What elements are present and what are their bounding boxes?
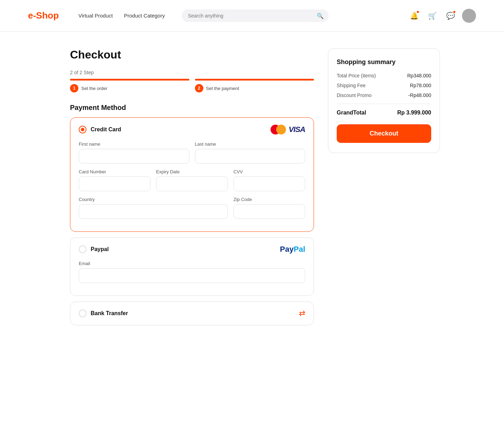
summary-title: Shopping summary bbox=[337, 58, 431, 66]
last-name-input[interactable] bbox=[195, 149, 306, 164]
paypal-email-row: Email bbox=[79, 261, 305, 283]
avatar[interactable] bbox=[462, 9, 476, 23]
last-name-label: Last name bbox=[195, 141, 306, 147]
step-2: 2 Set the payment bbox=[195, 79, 314, 92]
nav-virtual-product[interactable]: Virtual Product bbox=[78, 13, 113, 19]
step-1-bar bbox=[70, 79, 189, 81]
country-input[interactable] bbox=[79, 204, 228, 219]
card-number-label: Card Number bbox=[79, 169, 150, 174]
credit-card-header-left: Credit Card bbox=[79, 126, 121, 133]
chat-badge bbox=[453, 10, 456, 14]
paypal-form: Email bbox=[79, 261, 305, 283]
step-2-info: 2 Set the payment bbox=[195, 84, 314, 92]
cvv-group: CVV bbox=[233, 169, 305, 191]
expiry-date-input[interactable] bbox=[156, 176, 228, 191]
credit-card-form: First name Last name Card Number Expiry bbox=[79, 141, 305, 219]
expiry-date-label: Expiry Date bbox=[156, 169, 228, 174]
checkout-form-section: Checkout 2 of 2 Step 1 Set the order 2 S… bbox=[70, 48, 314, 331]
discount-label: Discount Promo bbox=[337, 92, 372, 98]
bank-transfer-card: Bank Transfer ⇄ bbox=[70, 301, 314, 325]
logo[interactable]: e-Shop bbox=[28, 10, 59, 21]
paypal-header: Paypal PayPal bbox=[79, 245, 305, 254]
last-name-group: Last name bbox=[195, 141, 306, 164]
paypal-header-left: Paypal bbox=[79, 245, 109, 253]
cvv-input[interactable] bbox=[233, 176, 305, 191]
page-title: Checkout bbox=[70, 48, 314, 61]
total-price-row: Total Price (items) Rp348.000 bbox=[337, 73, 431, 78]
header: e-Shop Virtual Product Product Category … bbox=[0, 0, 504, 32]
mc-circle-yellow bbox=[276, 125, 286, 134]
total-price-value: Rp348.000 bbox=[407, 73, 431, 78]
card-details-row: Card Number Expiry Date CVV bbox=[79, 169, 305, 191]
grand-total-label: GrandTotal bbox=[337, 110, 366, 116]
step-1-info: 1 Set the order bbox=[70, 84, 189, 92]
header-icons: 🔔 🛒 💬 bbox=[407, 9, 476, 23]
step-1-number: 1 bbox=[70, 84, 78, 92]
paypal-email-group: Email bbox=[79, 261, 305, 283]
cvv-label: CVV bbox=[233, 169, 305, 174]
payment-method-title: Payment Method bbox=[70, 104, 314, 112]
mastercard-logo bbox=[271, 125, 286, 134]
card-logos: VISA bbox=[271, 125, 305, 134]
name-row: First name Last name bbox=[79, 141, 305, 164]
steps-indicator: 1 Set the order 2 Set the payment bbox=[70, 79, 314, 92]
address-row: Country Zip Code bbox=[79, 197, 305, 219]
bank-transfer-header: Bank Transfer ⇄ bbox=[79, 309, 305, 318]
shipping-value: Rp78.000 bbox=[410, 83, 431, 88]
card-number-input[interactable] bbox=[79, 176, 150, 191]
paypal-label: Paypal bbox=[91, 246, 109, 252]
first-name-input[interactable] bbox=[79, 149, 189, 164]
country-label: Country bbox=[79, 197, 228, 202]
chat-button[interactable]: 💬 bbox=[444, 9, 457, 22]
paypal-logo: PayPal bbox=[280, 245, 305, 254]
zip-code-label: Zip Code bbox=[233, 197, 305, 202]
paypal-email-label: Email bbox=[79, 261, 305, 266]
credit-card-radio[interactable] bbox=[79, 126, 86, 133]
visa-logo: VISA bbox=[289, 125, 305, 134]
paypal-email-input[interactable] bbox=[79, 268, 305, 283]
summary-divider bbox=[337, 104, 431, 104]
step-label: 2 of 2 Step bbox=[70, 70, 314, 75]
paypal-radio[interactable] bbox=[79, 245, 86, 253]
credit-card-header: Credit Card VISA bbox=[79, 125, 305, 134]
step-1: 1 Set the order bbox=[70, 79, 189, 92]
discount-value: -Rp48.000 bbox=[408, 92, 431, 98]
paypal-card: Paypal PayPal Email bbox=[70, 237, 314, 296]
shipping-row: Shipping Fee Rp78.000 bbox=[337, 83, 431, 88]
grand-total-value: Rp 3.999.000 bbox=[397, 110, 431, 116]
step-2-name: Set the payment bbox=[206, 86, 239, 91]
search-input[interactable] bbox=[182, 9, 329, 22]
checkout-button[interactable]: Checkout bbox=[337, 124, 431, 143]
total-price-label: Total Price (items) bbox=[337, 73, 376, 78]
cart-button[interactable]: 🛒 bbox=[426, 9, 439, 22]
credit-card-label: Credit Card bbox=[91, 126, 121, 133]
nav-product-category[interactable]: Product Category bbox=[124, 13, 165, 19]
step-2-number: 2 bbox=[195, 84, 203, 92]
notification-button[interactable]: 🔔 bbox=[407, 9, 421, 22]
bank-transfer-radio[interactable] bbox=[79, 310, 86, 317]
expiry-date-group: Expiry Date bbox=[156, 169, 228, 191]
bank-transfer-icon: ⇄ bbox=[299, 309, 305, 318]
step-1-name: Set the order bbox=[81, 86, 107, 91]
step-2-bar bbox=[195, 79, 314, 81]
zip-code-input[interactable] bbox=[233, 204, 305, 219]
grand-total-row: GrandTotal Rp 3.999.000 bbox=[337, 110, 431, 116]
summary-section: Shopping summary Total Price (items) Rp3… bbox=[328, 48, 440, 331]
bank-transfer-header-left: Bank Transfer bbox=[79, 310, 128, 317]
card-number-group: Card Number bbox=[79, 169, 150, 191]
shipping-label: Shipping Fee bbox=[337, 83, 366, 88]
credit-card-card: Credit Card VISA First name bbox=[70, 117, 314, 232]
first-name-label: First name bbox=[79, 141, 189, 147]
bank-transfer-label: Bank Transfer bbox=[91, 310, 128, 317]
discount-row: Discount Promo -Rp48.000 bbox=[337, 92, 431, 98]
summary-card: Shopping summary Total Price (items) Rp3… bbox=[328, 48, 440, 153]
zip-code-group: Zip Code bbox=[233, 197, 305, 219]
search-icon: 🔍 bbox=[317, 12, 324, 19]
first-name-group: First name bbox=[79, 141, 189, 164]
country-group: Country bbox=[79, 197, 228, 219]
notification-badge bbox=[416, 10, 420, 14]
search-bar: 🔍 bbox=[182, 9, 329, 22]
main-content: Checkout 2 of 2 Step 1 Set the order 2 S… bbox=[42, 32, 462, 348]
